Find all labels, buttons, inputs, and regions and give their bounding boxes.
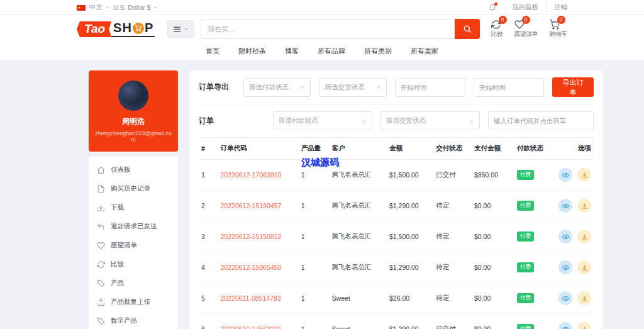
row-num: 1 [199, 160, 218, 191]
hamburger-icon [173, 25, 181, 33]
refund-sent-icon [97, 223, 105, 231]
sidebar-item-bulk-upload[interactable]: 产品批量上传 [89, 293, 178, 311]
orders-table: # 订单代码 产品量 客户 金额 交付状态 支付金额 付款状态 选项 1 202… [199, 138, 594, 329]
sidebar-item-purchase-history[interactable]: 购买历史记录 [89, 179, 178, 198]
order-code-link[interactable]: 20220611-08514783 [221, 294, 281, 302]
search-input[interactable] [201, 19, 454, 39]
logout-link[interactable]: 注销 [554, 3, 567, 12]
sidebar-item-compare[interactable]: 比较 [89, 255, 178, 274]
download-invoice-button[interactable] [577, 322, 591, 329]
export-orders-button[interactable]: 导出订单 [552, 77, 594, 97]
download-invoice-button[interactable] [577, 291, 591, 305]
paid-status-badge: 付费 [517, 324, 534, 329]
nav-all-categories[interactable]: 所有类别 [364, 47, 392, 56]
download-icon [581, 295, 588, 302]
paid-status-badge: 付费 [517, 231, 534, 242]
row-delivery-status: 已交付 [433, 314, 472, 329]
row-paid-amount: $0.00 [472, 191, 514, 221]
download-invoice-button[interactable] [577, 260, 591, 274]
nav-flash-sale[interactable]: 限时秒杀 [238, 47, 266, 56]
orders-title: 订单 [199, 116, 235, 126]
notification-dot [494, 3, 497, 6]
eye-icon [562, 264, 569, 271]
export-payment-status-select[interactable]: 筛选付款状态 [243, 78, 311, 97]
export-delivery-status-select[interactable]: 筛选交货状态 [319, 78, 386, 97]
row-customer: Sweet [330, 314, 387, 329]
compare-count-badge: 0 [499, 16, 507, 24]
row-paid-amount: $0.00 [472, 252, 514, 283]
download-icon [97, 204, 105, 212]
sidebar-item-downloads[interactable]: 下载 [89, 198, 178, 217]
cart-button[interactable]: 0 购物车 [550, 20, 568, 38]
sidebar-item-dashboard[interactable]: 仪表板 [89, 160, 178, 179]
export-title: 订单导出 [199, 82, 235, 92]
row-paid-amount: $0.00 [472, 221, 514, 252]
view-order-button[interactable] [558, 291, 572, 305]
language-selector[interactable]: 中文 [89, 3, 109, 12]
view-order-button[interactable] [558, 168, 572, 182]
taoshop-logo[interactable]: Tao SHP [77, 21, 155, 37]
orders-payment-status-select[interactable]: 筛选付款状态 [273, 111, 372, 130]
my-panel-link[interactable]: 我的面板 [512, 3, 538, 12]
sidebar-item-refund-sent[interactable]: 退款请求已发送 [89, 217, 178, 236]
table-row: 6 20220610-14562119 1 Sweet $1,290.00 已交… [199, 314, 594, 329]
notifications-bell-icon[interactable] [489, 4, 496, 11]
currency-selector[interactable]: U.S. Dollar $ [113, 4, 158, 11]
wishlist-button[interactable]: 0 愿望清单 [514, 20, 538, 38]
download-icon [581, 172, 588, 179]
order-code-link[interactable]: 20220612-15065450 [221, 264, 282, 271]
sidebar-item-wishlist[interactable]: 愿望清单 [89, 236, 178, 255]
view-order-button[interactable] [558, 199, 572, 213]
row-customer: 腾飞名表总汇 [330, 252, 387, 283]
export-end-time-input[interactable] [474, 78, 544, 97]
row-qty: 1 [299, 252, 330, 283]
logo-cart-icon [133, 23, 144, 34]
order-code-link[interactable]: 20220612-17063810 [221, 171, 282, 179]
download-invoice-button[interactable] [577, 168, 591, 182]
export-start-time-input[interactable] [395, 78, 465, 97]
row-num: 3 [199, 221, 218, 252]
heart-icon [97, 242, 105, 250]
categories-menu-button[interactable] [167, 20, 194, 38]
download-invoice-button[interactable] [577, 230, 591, 243]
compare-button[interactable]: 0 比较 [491, 20, 503, 38]
download-invoice-button[interactable] [577, 199, 591, 213]
order-code-link[interactable]: 20220612-15190457 [221, 202, 282, 209]
order-code-link[interactable]: 20220612-15150812 [221, 233, 282, 240]
profile-name: 周明浩 [94, 116, 173, 127]
chevron-down-icon [184, 26, 189, 31]
row-customer: Sweet [330, 283, 387, 314]
sidebar-item-digital-products[interactable]: 数字产品 [89, 311, 178, 329]
table-row: 4 20220612-15065450 1 腾飞名表总汇 $1,290.00 待… [199, 252, 594, 283]
sidebar-item-products[interactable]: 产品 [89, 274, 178, 293]
nav-all-sellers[interactable]: 所有卖家 [411, 47, 438, 56]
view-order-button[interactable] [558, 260, 572, 274]
china-flag-icon: ★ [77, 5, 86, 11]
row-delivery-status: 待定 [433, 252, 472, 283]
cart-label: 购物车 [550, 30, 568, 38]
download-icon [581, 264, 588, 271]
table-row: 3 20220612-15150812 1 腾飞名表总汇 $1,500.00 待… [199, 221, 594, 252]
tag-icon [97, 279, 105, 287]
view-order-button[interactable] [558, 230, 572, 243]
nav-home[interactable]: 首页 [206, 47, 219, 56]
row-num: 2 [199, 191, 218, 221]
table-row: 2 20220612-15190457 1 腾飞名表总汇 $1,290.00 待… [199, 191, 594, 221]
order-code-link[interactable]: 20220610-14562119 [221, 325, 281, 329]
table-header-row: # 订单代码 产品量 客户 金额 交付状态 支付金额 付款状态 选项 [199, 138, 594, 160]
order-code-search-input[interactable] [488, 111, 594, 130]
row-num: 6 [199, 314, 218, 329]
orders-delivery-status-select[interactable]: 筛选交货状态 [380, 111, 480, 130]
search-button[interactable] [455, 19, 480, 39]
download-icon [581, 233, 588, 240]
header: Tao SHP 0 比较 0 [0, 15, 644, 43]
col-header-delivery: 交付状态 [433, 138, 472, 160]
col-header-code: 订单代码 [218, 138, 299, 160]
account-sidebar: 周明浩 zhengchenghao223@gmail.com 仪表板 购买历史记… [89, 70, 178, 329]
chevron-down-icon [469, 118, 474, 124]
view-order-button[interactable] [558, 322, 572, 329]
row-delivery-status: 待定 [433, 283, 472, 314]
profile-card: 周明浩 zhengchenghao223@gmail.com [89, 70, 178, 152]
nav-blog[interactable]: 博客 [285, 47, 299, 56]
nav-all-brands[interactable]: 所有品牌 [318, 47, 345, 56]
